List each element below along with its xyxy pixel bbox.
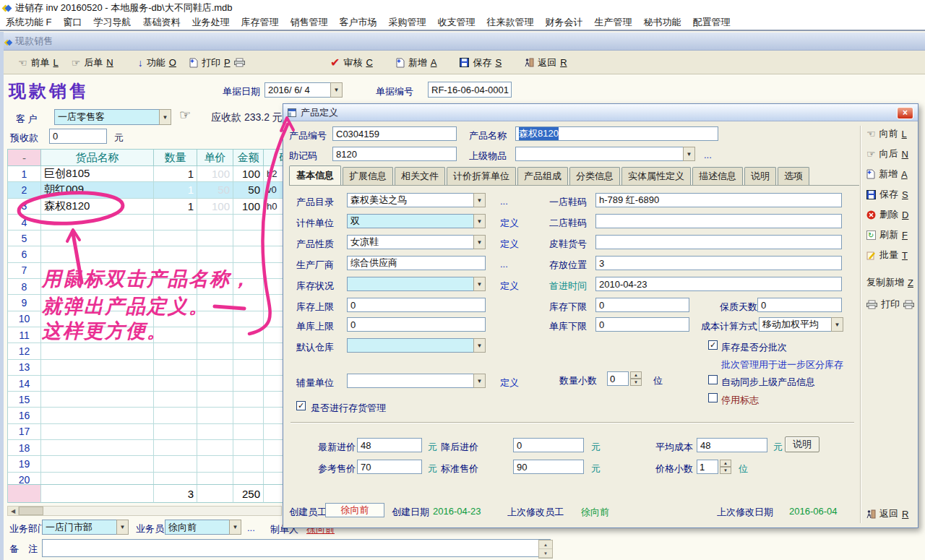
cell-name[interactable]	[41, 376, 154, 392]
cell-no[interactable]: 10	[8, 311, 41, 327]
product-name-field[interactable]: 森权8120	[515, 126, 718, 141]
cell-no[interactable]: 20	[8, 473, 41, 484]
cell-price[interactable]	[197, 246, 233, 262]
cell-price[interactable]	[197, 424, 233, 440]
table-row[interactable]: 13	[8, 360, 305, 376]
leather-no-field[interactable]	[595, 235, 842, 249]
cell-name[interactable]	[41, 246, 154, 262]
menu-item[interactable]: 业务处理	[186, 14, 236, 30]
cell-amount[interactable]	[233, 440, 264, 456]
manufacturer-more-button[interactable]: ...	[500, 259, 508, 270]
dialog-return-button[interactable]: 返回R	[866, 507, 908, 520]
mnemonic-field[interactable]: 8120	[332, 147, 457, 161]
chevron-down-icon[interactable]: ▼	[116, 520, 129, 535]
cell-name[interactable]: 森权8120	[41, 199, 154, 215]
cell-name[interactable]	[41, 392, 154, 408]
dialog-tab[interactable]: 分类信息	[569, 167, 620, 185]
after-discount-field[interactable]: 0	[513, 438, 584, 452]
table-hscrollbar[interactable]: ◀	[7, 506, 282, 516]
dialog-print-button[interactable]: 打印	[866, 298, 914, 311]
menu-item[interactable]: 秘书功能	[638, 14, 687, 30]
cell-no[interactable]: 11	[8, 327, 41, 343]
price-decimals-stepper[interactable]: 1 ▲▼	[697, 460, 731, 474]
spin-down-icon[interactable]: ▼	[630, 379, 642, 386]
cell-qty[interactable]: 1	[154, 166, 197, 182]
cell-qty[interactable]	[154, 246, 197, 262]
nature-define-link[interactable]: 定义	[500, 238, 519, 251]
cell-no[interactable]: 5	[8, 231, 41, 246]
cell-qty[interactable]	[154, 440, 197, 456]
menu-item[interactable]: 配置管理	[687, 14, 736, 30]
return-button[interactable]: 返回R	[518, 53, 573, 72]
first-in-field[interactable]: 2010-04-23	[595, 277, 842, 291]
next-doc-button[interactable]: ☞后单N	[65, 53, 120, 72]
table-row[interactable]: 18	[8, 440, 305, 456]
cell-no[interactable]: 8	[8, 279, 41, 295]
cell-qty[interactable]: 1	[154, 199, 197, 215]
table-row[interactable]: 5	[8, 231, 305, 246]
menu-item[interactable]: 系统功能 F	[0, 14, 58, 30]
cell-qty[interactable]	[154, 231, 197, 246]
menu-item[interactable]: 客户市场	[334, 14, 383, 30]
menu-item[interactable]: 采购管理	[383, 14, 432, 30]
store-lower-field[interactable]: 0	[595, 317, 689, 332]
salesman-select[interactable]: 徐向前▼	[165, 520, 241, 535]
spin-up-icon[interactable]: ▲	[630, 371, 642, 379]
cell-qty[interactable]	[154, 424, 197, 440]
cell-name[interactable]	[41, 360, 154, 376]
customer-select[interactable]: 一店零售客▼	[54, 109, 171, 125]
cell-amount[interactable]	[233, 392, 264, 408]
stock-lower-field[interactable]: 0	[595, 298, 689, 312]
chevron-down-icon[interactable]: ▼	[473, 277, 486, 291]
menu-item[interactable]: 收支管理	[432, 14, 481, 30]
cell-amount[interactable]	[233, 360, 264, 376]
chevron-down-icon[interactable]: ▼	[683, 147, 695, 161]
qty-decimals-stepper[interactable]: 0 ▲▼	[607, 371, 642, 386]
dialog-copy-new-button[interactable]: 复制新增Z	[866, 276, 913, 289]
cell-no[interactable]: 14	[8, 376, 41, 392]
cell-qty[interactable]	[154, 215, 197, 231]
cell-no[interactable]: 19	[8, 456, 41, 472]
menu-item[interactable]: 销售管理	[285, 14, 334, 30]
close-icon[interactable]	[897, 107, 913, 119]
cell-name[interactable]: 朝红009	[41, 182, 154, 198]
table-row[interactable]: 1巨创81051100100h2	[8, 166, 305, 182]
cell-price[interactable]	[197, 456, 233, 472]
cell-no[interactable]: 18	[8, 440, 41, 456]
table-row[interactable]: 15	[8, 392, 305, 408]
cell-no[interactable]: 16	[8, 408, 41, 423]
cell-price[interactable]	[197, 215, 233, 231]
scroll-up-icon[interactable]: ▲	[539, 540, 552, 549]
table-row[interactable]: 2朝红00915050v0	[8, 182, 305, 198]
cell-name[interactable]	[41, 456, 154, 472]
table-row[interactable]: 16	[8, 408, 305, 423]
menu-item[interactable]: 窗口	[58, 14, 88, 30]
cell-amount[interactable]	[233, 311, 264, 327]
scroll-down-icon[interactable]: ▼	[539, 549, 552, 558]
cell-price[interactable]	[197, 343, 233, 359]
cell-price[interactable]: 50	[197, 182, 233, 198]
dialog-next-button[interactable]: ☞向后N	[866, 147, 908, 160]
note-field[interactable]	[42, 539, 551, 557]
cell-price[interactable]	[197, 376, 233, 392]
cell-no[interactable]: 13	[8, 360, 41, 376]
more-button[interactable]: ...	[247, 522, 255, 533]
cell-amount[interactable]	[233, 343, 264, 359]
cell-price[interactable]	[197, 360, 233, 376]
unit-select[interactable]: 双▼	[347, 214, 486, 228]
std-price-field[interactable]: 90	[513, 460, 584, 474]
cell-no[interactable]: 6	[8, 246, 41, 262]
chevron-down-icon[interactable]: ▼	[473, 338, 486, 353]
shelf-days-field[interactable]: 0	[757, 298, 842, 312]
print-button[interactable]: 打印P	[183, 53, 251, 72]
dialog-prev-button[interactable]: ☜向前L	[866, 127, 907, 140]
table-row[interactable]: 12	[8, 343, 305, 359]
table-row[interactable]: 17	[8, 424, 305, 440]
dialog-tab[interactable]: 描述信息	[692, 167, 743, 185]
avg-cost-field[interactable]: 48	[697, 438, 767, 452]
inventory-mgmt-checkbox[interactable]	[296, 401, 306, 410]
cell-qty[interactable]	[154, 360, 197, 376]
cell-amount[interactable]	[233, 295, 264, 311]
nature-select[interactable]: 女凉鞋▼	[347, 235, 486, 249]
cell-amount[interactable]: 100	[233, 199, 264, 215]
